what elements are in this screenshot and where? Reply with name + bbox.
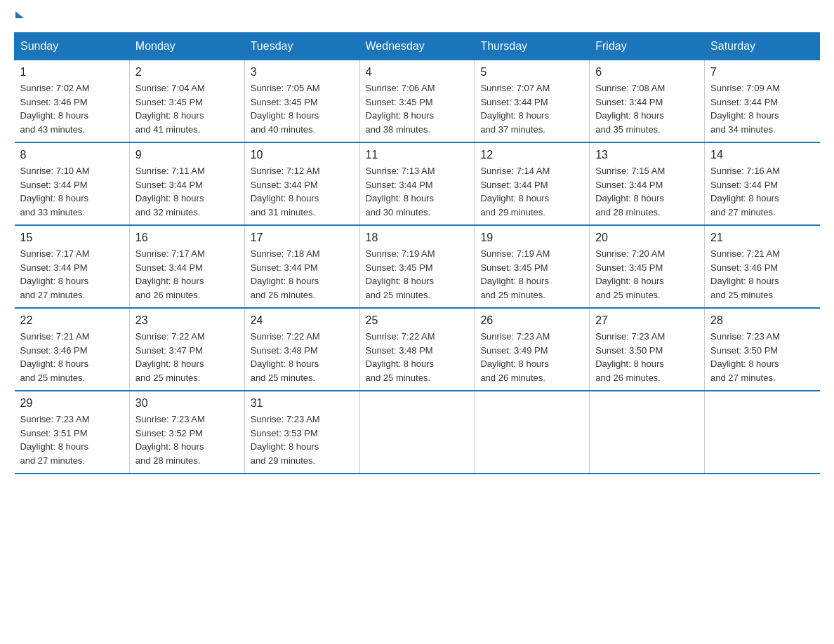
logo-triangle-icon xyxy=(15,11,24,18)
day-info: Sunrise: 7:23 AMSunset: 3:51 PMDaylight:… xyxy=(20,412,124,467)
day-number: 30 xyxy=(135,397,239,410)
day-number: 9 xyxy=(135,149,239,161)
page-header xyxy=(14,14,820,18)
day-info: Sunrise: 7:18 AMSunset: 3:44 PMDaylight:… xyxy=(251,247,354,302)
day-info: Sunrise: 7:23 AMSunset: 3:52 PMDaylight:… xyxy=(135,412,239,467)
calendar-week-row: 8 Sunrise: 7:10 AMSunset: 3:44 PMDayligh… xyxy=(15,142,820,225)
day-number: 10 xyxy=(251,149,354,161)
calendar-day-cell: 29 Sunrise: 7:23 AMSunset: 3:51 PMDaylig… xyxy=(15,391,130,474)
day-info: Sunrise: 7:21 AMSunset: 3:46 PMDaylight:… xyxy=(20,330,124,384)
day-number: 4 xyxy=(366,66,469,79)
day-number: 29 xyxy=(20,397,124,410)
calendar-day-cell: 2 Sunrise: 7:04 AMSunset: 3:45 PMDayligh… xyxy=(129,60,244,143)
calendar-day-cell: 1 Sunrise: 7:02 AMSunset: 3:46 PMDayligh… xyxy=(15,60,130,143)
day-info: Sunrise: 7:05 AMSunset: 3:45 PMDaylight:… xyxy=(251,81,354,136)
day-of-week-header: Thursday xyxy=(475,33,590,60)
day-number: 19 xyxy=(480,232,583,244)
day-number: 7 xyxy=(710,66,814,79)
calendar-week-row: 1 Sunrise: 7:02 AMSunset: 3:46 PMDayligh… xyxy=(15,60,820,143)
calendar-day-cell: 7 Sunrise: 7:09 AMSunset: 3:44 PMDayligh… xyxy=(705,60,820,143)
day-number: 1 xyxy=(20,66,124,79)
day-number: 23 xyxy=(135,314,239,327)
day-number: 27 xyxy=(595,314,699,327)
day-info: Sunrise: 7:22 AMSunset: 3:48 PMDaylight:… xyxy=(366,330,469,384)
calendar-day-cell: 6 Sunrise: 7:08 AMSunset: 3:44 PMDayligh… xyxy=(590,60,705,143)
calendar-day-cell xyxy=(705,391,820,474)
calendar-day-cell: 19 Sunrise: 7:19 AMSunset: 3:45 PMDaylig… xyxy=(475,225,590,308)
day-number: 25 xyxy=(366,314,469,327)
day-number: 28 xyxy=(710,314,814,327)
calendar-day-cell: 5 Sunrise: 7:07 AMSunset: 3:44 PMDayligh… xyxy=(475,60,590,143)
calendar-day-cell: 14 Sunrise: 7:16 AMSunset: 3:44 PMDaylig… xyxy=(705,142,820,225)
day-info: Sunrise: 7:06 AMSunset: 3:45 PMDaylight:… xyxy=(366,81,469,136)
day-number: 12 xyxy=(480,149,583,161)
day-of-week-header: Tuesday xyxy=(244,33,359,60)
calendar-day-cell: 26 Sunrise: 7:23 AMSunset: 3:49 PMDaylig… xyxy=(475,308,590,391)
calendar-week-row: 15 Sunrise: 7:17 AMSunset: 3:44 PMDaylig… xyxy=(15,225,820,308)
day-info: Sunrise: 7:10 AMSunset: 3:44 PMDaylight:… xyxy=(20,164,124,219)
day-number: 8 xyxy=(20,149,124,161)
day-info: Sunrise: 7:23 AMSunset: 3:50 PMDaylight:… xyxy=(710,330,814,384)
day-info: Sunrise: 7:08 AMSunset: 3:44 PMDaylight:… xyxy=(595,81,699,136)
day-number: 13 xyxy=(595,149,699,161)
calendar-day-cell xyxy=(590,391,705,474)
calendar-day-cell: 28 Sunrise: 7:23 AMSunset: 3:50 PMDaylig… xyxy=(705,308,820,391)
calendar-day-cell: 11 Sunrise: 7:13 AMSunset: 3:44 PMDaylig… xyxy=(359,142,475,225)
day-number: 31 xyxy=(251,397,354,410)
day-number: 3 xyxy=(251,66,354,79)
calendar-day-cell: 15 Sunrise: 7:17 AMSunset: 3:44 PMDaylig… xyxy=(15,225,130,308)
day-info: Sunrise: 7:19 AMSunset: 3:45 PMDaylight:… xyxy=(480,247,583,302)
day-info: Sunrise: 7:23 AMSunset: 3:53 PMDaylight:… xyxy=(251,412,354,467)
day-number: 15 xyxy=(20,232,124,244)
calendar-day-cell: 31 Sunrise: 7:23 AMSunset: 3:53 PMDaylig… xyxy=(244,391,359,474)
day-info: Sunrise: 7:15 AMSunset: 3:44 PMDaylight:… xyxy=(595,164,699,219)
calendar-day-cell: 30 Sunrise: 7:23 AMSunset: 3:52 PMDaylig… xyxy=(129,391,244,474)
day-number: 6 xyxy=(595,66,699,79)
day-number: 26 xyxy=(480,314,583,327)
calendar-day-cell: 3 Sunrise: 7:05 AMSunset: 3:45 PMDayligh… xyxy=(244,60,359,143)
calendar-day-cell: 21 Sunrise: 7:21 AMSunset: 3:46 PMDaylig… xyxy=(705,225,820,308)
day-of-week-header: Friday xyxy=(590,33,705,60)
calendar-day-cell: 10 Sunrise: 7:12 AMSunset: 3:44 PMDaylig… xyxy=(244,142,359,225)
calendar-day-cell: 24 Sunrise: 7:22 AMSunset: 3:48 PMDaylig… xyxy=(244,308,359,391)
day-of-week-header: Saturday xyxy=(705,33,820,60)
calendar-day-cell: 23 Sunrise: 7:22 AMSunset: 3:47 PMDaylig… xyxy=(129,308,244,391)
day-of-week-header: Wednesday xyxy=(359,33,475,60)
calendar-week-row: 22 Sunrise: 7:21 AMSunset: 3:46 PMDaylig… xyxy=(15,308,820,391)
day-info: Sunrise: 7:11 AMSunset: 3:44 PMDaylight:… xyxy=(135,164,239,219)
day-info: Sunrise: 7:09 AMSunset: 3:44 PMDaylight:… xyxy=(710,81,814,136)
day-info: Sunrise: 7:16 AMSunset: 3:44 PMDaylight:… xyxy=(710,164,814,219)
calendar-day-cell: 25 Sunrise: 7:22 AMSunset: 3:48 PMDaylig… xyxy=(359,308,475,391)
calendar-day-cell: 4 Sunrise: 7:06 AMSunset: 3:45 PMDayligh… xyxy=(359,60,475,143)
calendar-day-cell: 18 Sunrise: 7:19 AMSunset: 3:45 PMDaylig… xyxy=(359,225,475,308)
day-info: Sunrise: 7:17 AMSunset: 3:44 PMDaylight:… xyxy=(135,247,239,302)
logo xyxy=(14,14,24,18)
day-number: 20 xyxy=(595,232,699,244)
day-number: 24 xyxy=(251,314,354,327)
day-number: 22 xyxy=(20,314,124,327)
calendar-week-row: 29 Sunrise: 7:23 AMSunset: 3:51 PMDaylig… xyxy=(15,391,820,474)
day-info: Sunrise: 7:23 AMSunset: 3:49 PMDaylight:… xyxy=(480,330,583,384)
calendar-day-cell: 22 Sunrise: 7:21 AMSunset: 3:46 PMDaylig… xyxy=(15,308,130,391)
calendar-day-cell: 12 Sunrise: 7:14 AMSunset: 3:44 PMDaylig… xyxy=(475,142,590,225)
day-number: 11 xyxy=(366,149,469,161)
calendar-day-cell: 27 Sunrise: 7:23 AMSunset: 3:50 PMDaylig… xyxy=(590,308,705,391)
calendar-day-cell: 13 Sunrise: 7:15 AMSunset: 3:44 PMDaylig… xyxy=(590,142,705,225)
day-info: Sunrise: 7:17 AMSunset: 3:44 PMDaylight:… xyxy=(20,247,124,302)
calendar-day-cell xyxy=(475,391,590,474)
day-info: Sunrise: 7:22 AMSunset: 3:48 PMDaylight:… xyxy=(251,330,354,384)
day-info: Sunrise: 7:22 AMSunset: 3:47 PMDaylight:… xyxy=(135,330,239,384)
day-of-week-header: Monday xyxy=(129,33,244,60)
day-info: Sunrise: 7:04 AMSunset: 3:45 PMDaylight:… xyxy=(135,81,239,136)
day-info: Sunrise: 7:14 AMSunset: 3:44 PMDaylight:… xyxy=(480,164,583,219)
calendar-day-cell: 16 Sunrise: 7:17 AMSunset: 3:44 PMDaylig… xyxy=(129,225,244,308)
day-info: Sunrise: 7:20 AMSunset: 3:45 PMDaylight:… xyxy=(595,247,699,302)
calendar-header-row: SundayMondayTuesdayWednesdayThursdayFrid… xyxy=(15,33,820,60)
calendar-day-cell: 8 Sunrise: 7:10 AMSunset: 3:44 PMDayligh… xyxy=(15,142,130,225)
day-of-week-header: Sunday xyxy=(15,33,130,60)
day-info: Sunrise: 7:12 AMSunset: 3:44 PMDaylight:… xyxy=(251,164,354,219)
calendar-day-cell xyxy=(359,391,475,474)
day-info: Sunrise: 7:02 AMSunset: 3:46 PMDaylight:… xyxy=(20,81,124,136)
day-number: 16 xyxy=(135,232,239,244)
day-info: Sunrise: 7:19 AMSunset: 3:45 PMDaylight:… xyxy=(366,247,469,302)
